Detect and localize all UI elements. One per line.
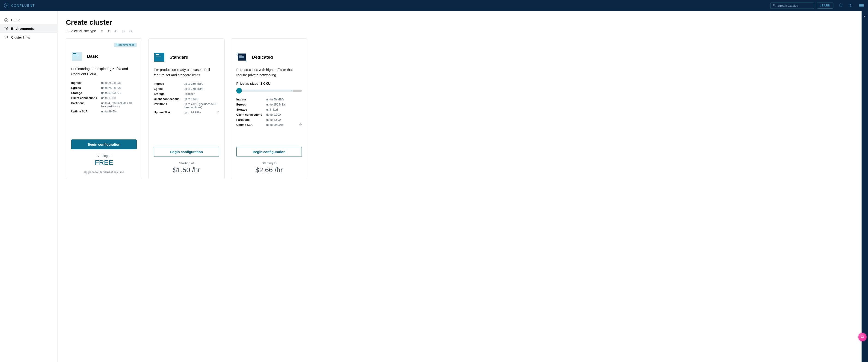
sidebar-item-label: Environments — [11, 27, 34, 30]
upgrade-note: Upgrade to Standard at any time — [71, 171, 137, 174]
step-dots — [101, 30, 132, 32]
cluster-type-cards: Recommended Basic For learning and explo… — [66, 38, 853, 179]
price-value: $2.66 /hr — [236, 166, 302, 174]
svg-rect-6 — [73, 55, 78, 55]
main-content: Create cluster 1. Select cluster type Re… — [58, 11, 862, 362]
confluent-logo-icon — [4, 3, 9, 8]
logo[interactable]: CONFLUENT — [4, 3, 35, 8]
step-dot[interactable] — [122, 30, 124, 32]
begin-configuration-button[interactable]: Begin configuration — [154, 147, 219, 157]
search-box[interactable] — [770, 3, 814, 9]
spec-row: Ingressup to 250 MB/s — [71, 80, 137, 85]
step-dot[interactable] — [130, 30, 132, 32]
sidebar-item-label: Cluster links — [11, 35, 30, 39]
spec-row: Partitionsup to 4,096 (includes 10 free … — [71, 101, 137, 109]
spec-row: Egressup to 750 MB/s — [154, 86, 219, 91]
spec-row: Storageup to 5,000 GB — [71, 90, 137, 95]
spec-row: Storageunlimited — [236, 107, 302, 112]
svg-point-0 — [773, 4, 775, 6]
svg-rect-17 — [239, 55, 242, 56]
bell-icon[interactable] — [838, 3, 843, 8]
chat-icon — [861, 335, 864, 339]
sidebar-item-cluster-links[interactable]: Cluster links — [0, 33, 57, 41]
price-value: $1.50 /hr — [154, 166, 219, 174]
search-input[interactable] — [777, 4, 811, 7]
card-basic: Recommended Basic For learning and explo… — [66, 38, 142, 179]
chevron-left-icon[interactable] — [863, 15, 866, 362]
slider-thumb[interactable] — [236, 88, 242, 93]
spec-row: Partitionsup to 4,096 (includes 500 free… — [154, 102, 219, 110]
svg-rect-5 — [73, 53, 76, 54]
step-dot[interactable] — [108, 30, 110, 32]
begin-configuration-button[interactable]: Begin configuration — [71, 139, 137, 149]
svg-rect-9 — [156, 54, 159, 55]
starting-at-label: Starting at — [154, 161, 219, 165]
spec-row: Uptime SLAup to 99.5% — [71, 109, 137, 114]
sidebar: Home Environments Cluster links — [0, 11, 58, 362]
step-dot[interactable] — [115, 30, 117, 32]
step-dot[interactable] — [101, 30, 103, 32]
card-description: For use cases with high traffic or that … — [236, 67, 302, 78]
card-title: Basic — [87, 54, 99, 59]
home-icon — [4, 18, 8, 22]
info-icon[interactable] — [216, 111, 219, 114]
spec-row: Uptime SLAup to 99.99% — [236, 122, 302, 128]
price-value: FREE — [71, 159, 137, 166]
sidebar-item-label: Home — [11, 18, 20, 22]
starting-at-label: Starting at — [71, 154, 137, 158]
card-description: For production-ready use cases. Full fea… — [154, 67, 219, 78]
standard-illustration-icon — [154, 52, 165, 62]
card-standard: Standard For production-ready use cases.… — [149, 38, 224, 179]
chat-fab[interactable] — [858, 333, 867, 341]
search-icon — [773, 4, 776, 8]
card-description: For learning and exploring Kafka and Con… — [71, 66, 137, 77]
layers-icon — [4, 26, 8, 30]
step-label: 1. Select cluster type — [66, 29, 96, 33]
spec-row: Storageunlimited — [154, 91, 219, 96]
cku-label: Price as sized: 1 CKU — [236, 82, 302, 85]
svg-rect-19 — [239, 57, 244, 58]
spec-row: Egressup to 750 MB/s — [71, 85, 137, 90]
svg-rect-16 — [238, 54, 246, 61]
card-title: Standard — [169, 55, 188, 60]
hamburger-icon[interactable] — [859, 3, 864, 8]
svg-rect-11 — [156, 57, 161, 57]
basic-illustration-icon — [71, 51, 82, 62]
link-icon — [4, 35, 8, 39]
sidebar-item-home[interactable]: Home — [0, 15, 57, 24]
spec-row: Client connectionsup to 9,000 — [236, 112, 302, 117]
recommended-badge: Recommended — [114, 43, 137, 47]
spec-row: Partitionsup to 4,500 — [236, 117, 302, 122]
starting-at-label: Starting at — [236, 161, 302, 165]
begin-configuration-button[interactable]: Begin configuration — [236, 147, 302, 157]
svg-rect-8 — [154, 53, 164, 62]
svg-rect-10 — [156, 56, 161, 56]
svg-point-20 — [246, 61, 246, 61]
svg-rect-7 — [73, 56, 78, 56]
info-icon[interactable] — [299, 123, 302, 127]
card-dedicated: Dedicated For use cases with high traffi… — [231, 38, 307, 179]
right-rail[interactable] — [862, 11, 868, 362]
help-icon[interactable] — [848, 3, 853, 8]
dedicated-illustration-icon — [236, 52, 247, 62]
spec-row: Egressup to 150 MB/s — [236, 102, 302, 107]
svg-rect-18 — [239, 56, 244, 57]
cku-slider[interactable] — [236, 88, 302, 93]
sidebar-item-environments[interactable]: Environments — [0, 24, 57, 33]
topbar: CONFLUENT LEARN — [0, 0, 868, 11]
brand-text: CONFLUENT — [11, 4, 35, 7]
page-title: Create cluster — [66, 19, 853, 26]
spec-row: Client connectionsup to 1,000 — [71, 95, 137, 101]
svg-rect-4 — [72, 52, 82, 61]
svg-line-1 — [775, 5, 775, 6]
learn-button[interactable]: LEARN — [817, 3, 833, 8]
card-title: Dedicated — [252, 55, 273, 60]
spec-row: Ingressup to 50 MB/s — [236, 97, 302, 102]
spec-row: Uptime SLAup to 99.99% — [154, 110, 219, 115]
step-indicator: 1. Select cluster type — [66, 29, 853, 33]
spec-row: Ingressup to 250 MB/s — [154, 81, 219, 86]
spec-row: Client connectionsup to 1,000 — [154, 96, 219, 102]
svg-point-3 — [850, 6, 851, 7]
